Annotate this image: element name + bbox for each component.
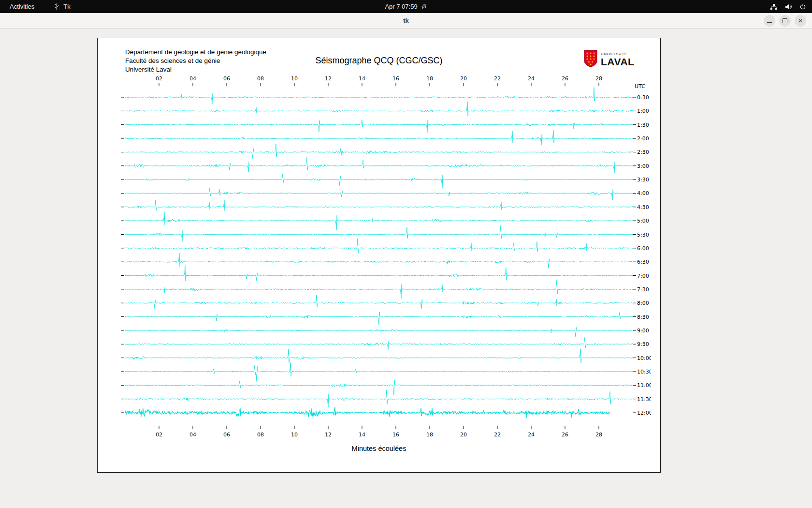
universite-laval-logo: UNIVERSITÉ LAVAL	[584, 50, 634, 69]
row-time-label: 5:00	[637, 218, 649, 224]
x-tick-label-top: 08	[257, 75, 264, 82]
power-icon[interactable]	[799, 3, 806, 10]
row-time-label: 3:30	[637, 177, 649, 183]
x-tick-label-top: 04	[189, 75, 196, 82]
x-tick-label-top: 22	[494, 75, 501, 82]
trace-row	[125, 349, 633, 363]
trace-row	[125, 295, 633, 309]
x-tick-label-bottom: 14	[359, 432, 365, 438]
restore-button[interactable]	[779, 15, 791, 27]
window-titlebar[interactable]: tk ✕	[0, 13, 812, 29]
trace-row	[125, 327, 633, 337]
x-tick-label-top: 20	[460, 75, 467, 82]
seismograph-canvas: Département de géologie et de génie géol…	[97, 38, 661, 473]
trace-row	[125, 280, 633, 299]
row-time-label: 6:30	[637, 259, 649, 265]
row-time-label: 3:00	[637, 163, 649, 169]
trace-row	[125, 212, 633, 230]
laval-shield-icon	[584, 50, 597, 69]
trace-row	[125, 102, 633, 116]
x-tick-label-bottom: 08	[257, 432, 264, 438]
x-tick-label-bottom: 20	[460, 432, 467, 438]
trace-row	[125, 407, 609, 418]
x-tick-label-top: 06	[223, 75, 230, 82]
logo-text-universite: UNIVERSITÉ	[601, 52, 634, 56]
x-tick-label-bottom: 10	[291, 432, 298, 438]
trace-row	[125, 120, 633, 132]
x-tick-label-top: 16	[392, 75, 399, 82]
x-tick-label-top: 02	[156, 75, 162, 82]
close-button[interactable]: ✕	[795, 15, 806, 27]
clock-label: Apr 7 07:59	[385, 3, 417, 10]
workspace: Département de géologie et de génie géol…	[0, 29, 812, 508]
gnome-top-bar: Activities Tk Apr 7 07:59	[0, 0, 812, 13]
trace-row	[125, 239, 633, 254]
trace-row	[125, 312, 633, 325]
row-time-label: 12:00	[637, 410, 651, 416]
volume-icon[interactable]	[785, 3, 792, 10]
row-time-label: 11:00	[637, 382, 651, 388]
trace-row	[125, 188, 633, 200]
row-time-label: 10:30	[637, 369, 651, 375]
x-tick-label-top: 14	[359, 75, 365, 82]
tk-app-indicator[interactable]: Tk	[54, 3, 70, 10]
utc-label: UTC	[635, 83, 645, 90]
activities-button[interactable]: Activities	[7, 2, 37, 11]
row-time-label: 7:00	[637, 273, 649, 279]
x-tick-label-top: 12	[325, 75, 332, 82]
x-tick-label-bottom: 12	[325, 432, 332, 438]
row-time-label: 1:30	[637, 122, 649, 128]
trace-row	[125, 225, 633, 242]
x-tick-label-bottom: 16	[392, 432, 399, 438]
row-time-label: 2:00	[637, 135, 649, 142]
x-tick-label-bottom: 26	[562, 432, 568, 438]
x-tick-label-top: 26	[562, 75, 568, 82]
row-time-label: 1:00	[637, 108, 649, 114]
window-title: tk	[403, 17, 409, 24]
trace-row	[125, 131, 633, 146]
row-time-label: 8:30	[637, 314, 649, 320]
clock-button[interactable]: Apr 7 07:59	[381, 2, 431, 11]
seismograph-plot: 0202040406060808101012121414161618182020…	[119, 73, 651, 446]
row-time-label: 9:30	[637, 341, 649, 347]
row-time-label: 2:30	[637, 149, 649, 155]
trace-row	[125, 200, 633, 211]
trace-row	[125, 88, 633, 104]
row-time-label: 8:00	[637, 300, 649, 306]
x-tick-label-top: 10	[291, 75, 298, 82]
trace-row	[125, 390, 633, 408]
trace-row	[125, 157, 633, 173]
x-axis-label: Minutes écoulées	[98, 445, 660, 452]
trace-row	[125, 337, 633, 350]
x-tick-label-bottom: 18	[426, 432, 433, 438]
x-tick-label-bottom: 28	[595, 432, 602, 438]
row-time-label: 10:00	[637, 355, 651, 361]
tk-app-label: Tk	[63, 3, 70, 10]
row-time-label: 4:30	[637, 204, 649, 210]
minimize-button[interactable]	[764, 15, 775, 27]
network-icon[interactable]	[770, 3, 778, 10]
trace-row	[125, 266, 633, 281]
row-time-label: 6:00	[637, 245, 649, 252]
trace-row	[125, 144, 633, 159]
x-tick-label-top: 18	[426, 75, 433, 82]
x-tick-label-bottom: 04	[189, 432, 196, 438]
x-tick-label-bottom: 06	[223, 432, 230, 438]
trace-row	[125, 363, 633, 382]
x-tick-label-top: 28	[595, 75, 602, 82]
x-tick-label-bottom: 24	[528, 432, 535, 438]
row-time-label: 4:00	[637, 190, 649, 196]
row-time-label: 11:30	[637, 396, 651, 403]
trace-row	[125, 174, 633, 188]
row-time-label: 5:30	[637, 232, 649, 238]
plot-title: Séismographe QCQ (CGC/GSC)	[98, 56, 660, 66]
tk-feather-icon	[54, 3, 60, 10]
logo-text-laval: LAVAL	[601, 57, 634, 67]
x-tick-label-bottom: 22	[494, 432, 501, 438]
x-tick-label-top: 24	[528, 75, 535, 82]
x-tick-label-bottom: 02	[156, 432, 162, 438]
notifications-off-icon	[421, 3, 427, 10]
row-time-label: 7:30	[637, 286, 649, 293]
row-time-label: 9:00	[637, 328, 649, 334]
row-time-label: 0:30	[637, 94, 649, 101]
